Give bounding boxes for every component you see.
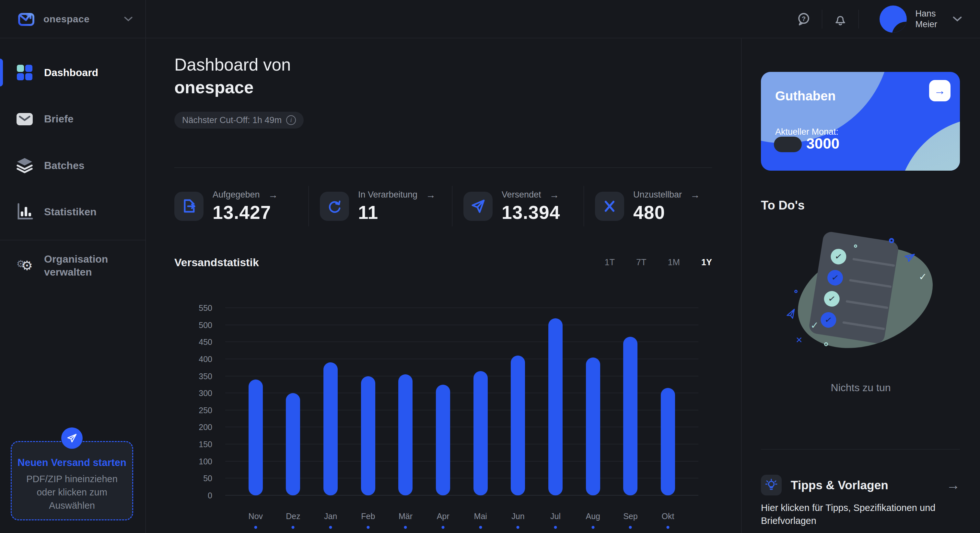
send-plane-icon xyxy=(61,427,83,449)
x-axis-dot xyxy=(479,526,482,529)
x-axis-dot xyxy=(254,526,257,529)
dropzone-instruction-line: PDF/ZIP hineinziehen xyxy=(12,473,132,486)
x-axis-label: Aug xyxy=(585,512,600,521)
tipps-title: Tipps & Vorlagen xyxy=(791,479,888,492)
bars-container: Nov Dez Jan Feb Mär Apr Mai Jun Jul Aug … xyxy=(237,308,687,495)
brand[interactable]: onespace xyxy=(0,0,146,38)
paper-plane-icon xyxy=(903,251,915,263)
y-axis-tick-label: 500 xyxy=(183,320,212,330)
bar-mär[interactable] xyxy=(398,374,412,495)
ring-icon xyxy=(889,238,894,243)
x-axis-dot xyxy=(554,526,557,529)
arrow-right-icon[interactable]: → xyxy=(426,189,436,200)
bar-dez[interactable] xyxy=(286,393,300,495)
x-axis-label: Jun xyxy=(511,512,524,521)
help-icon[interactable]: ? xyxy=(795,11,812,27)
stat-value: 13.394 xyxy=(502,202,560,223)
x-axis-dot xyxy=(592,526,594,529)
guthaben-arrow-button[interactable]: → xyxy=(929,80,950,102)
sidebar-item-batches[interactable]: Batches xyxy=(0,149,145,182)
stat-label: Aufgegeben xyxy=(213,190,260,200)
tab-7t[interactable]: 7T xyxy=(636,257,646,268)
sidebar-divider xyxy=(0,240,145,240)
sidebar-item-label: Briefe xyxy=(44,113,73,125)
user-chevron-down-icon[interactable] xyxy=(953,16,962,22)
bar-mai[interactable] xyxy=(474,371,488,495)
bar-column-nov: Nov xyxy=(237,308,275,495)
stat-icon-box xyxy=(320,192,349,221)
avatar[interactable] xyxy=(880,5,907,33)
guthaben-chip xyxy=(774,136,802,152)
main-content: Dashboard von onespace Nächster Cut-Off:… xyxy=(146,38,741,533)
x-icon: ✕ xyxy=(795,335,803,345)
x-axis-label: Mai xyxy=(474,512,487,521)
chevron-down-icon[interactable] xyxy=(124,16,132,21)
paper-plane-icon xyxy=(784,308,798,321)
guthaben-card[interactable]: Guthaben → Aktueller Monat: 3000 xyxy=(761,72,960,171)
bar-feb[interactable] xyxy=(361,376,375,495)
sidebar-item-briefe[interactable]: Briefe xyxy=(0,103,145,135)
refresh-icon xyxy=(325,197,344,215)
bar-column-jul: Jul xyxy=(537,308,574,495)
todos-empty-illustration: ✓ ✓ ✓ ✓ ✓ ✓ ✕ xyxy=(784,233,937,349)
x-axis-dot xyxy=(366,526,369,529)
chart-header: Versandstatistik 1T7T1M1Y xyxy=(174,256,712,269)
bar-column-mai: Mai xyxy=(462,308,500,495)
stat-versendet: Versendet → 13.394 xyxy=(452,186,584,226)
info-icon[interactable]: i xyxy=(286,115,296,125)
bar-sep[interactable] xyxy=(623,337,638,495)
bar-aug[interactable] xyxy=(586,357,600,495)
dashboard-grid-icon xyxy=(16,63,34,82)
paper-plane-icon xyxy=(469,197,487,215)
stat-icon-box xyxy=(174,192,204,221)
bar-jul[interactable] xyxy=(548,318,563,495)
guthaben-title: Guthaben xyxy=(775,89,836,103)
check-circle-icon: ✓ xyxy=(830,248,848,265)
y-axis-tick-label: 350 xyxy=(183,371,212,381)
bar-column-dez: Dez xyxy=(275,308,312,495)
arrow-right-icon[interactable]: → xyxy=(550,189,559,200)
x-axis-dot xyxy=(329,526,332,529)
new-shipment-dropzone[interactable]: Neuen Versand starten PDF/ZIP hineinzieh… xyxy=(11,441,133,520)
sidebar-item-label: Batches xyxy=(44,159,84,172)
bar-apr[interactable] xyxy=(436,385,450,495)
right-panel-divider xyxy=(761,449,960,449)
sidebar-item-organisation-verwalten[interactable]: ⚙⚙ Organisation verwalten xyxy=(0,249,145,282)
bar-nov[interactable] xyxy=(248,379,263,495)
sidebar-item-statistiken[interactable]: Statistiken xyxy=(0,195,145,228)
layers-icon xyxy=(16,156,34,174)
sidebar-item-dashboard[interactable]: Dashboard xyxy=(0,56,145,89)
tab-1t[interactable]: 1T xyxy=(605,257,615,268)
y-axis-tick-label: 300 xyxy=(183,389,212,398)
tab-1m[interactable]: 1M xyxy=(668,257,680,268)
x-mark-icon xyxy=(600,197,619,215)
arrow-right-icon[interactable]: → xyxy=(946,477,960,493)
bar-okt[interactable] xyxy=(661,388,675,495)
cutoff-badge: Nächster Cut-Off: 1h 49m i xyxy=(174,112,304,128)
bar-jan[interactable] xyxy=(323,362,338,495)
stat-label: In Verarbeitung xyxy=(358,190,417,200)
ring-icon xyxy=(824,342,828,346)
arrow-right-icon[interactable]: → xyxy=(690,189,700,200)
bar-jun[interactable] xyxy=(511,355,525,495)
chart-range-tabs: 1T7T1M1Y xyxy=(605,257,712,268)
check-icon: ✓ xyxy=(810,320,819,331)
sidebar-item-label: Dashboard xyxy=(44,66,98,79)
y-axis-tick-label: 0 xyxy=(183,491,212,500)
x-axis-label: Apr xyxy=(437,512,450,521)
arrow-right-icon[interactable]: → xyxy=(268,189,278,200)
tab-1y[interactable]: 1Y xyxy=(701,257,712,268)
bell-icon[interactable] xyxy=(832,11,849,27)
sidebar-item-label: Organisation verwalten xyxy=(44,252,122,279)
bar-column-sep: Sep xyxy=(612,308,649,495)
y-axis-tick-label: 450 xyxy=(183,338,212,347)
bar-column-feb: Feb xyxy=(349,308,387,495)
dropzone-instruction-line: oder klicken zum xyxy=(12,486,132,499)
onespace-logo-icon xyxy=(18,10,35,28)
dropzone-instructions: PDF/ZIP hineinziehenoder klicken zumAusw… xyxy=(12,473,132,512)
x-axis-dot xyxy=(629,526,632,529)
y-axis-tick-label: 150 xyxy=(183,440,212,449)
x-axis-dot xyxy=(292,526,294,529)
stat-value: 11 xyxy=(358,202,436,223)
x-axis-label: Jan xyxy=(324,512,337,521)
